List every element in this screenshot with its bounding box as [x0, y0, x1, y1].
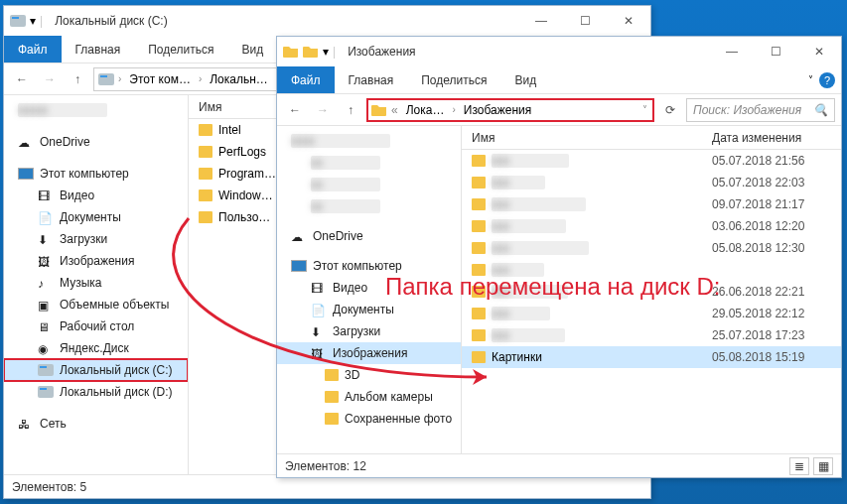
view-icons-button[interactable]: ▦ [813, 457, 833, 475]
nav-images[interactable]: 🖼Изображения [277, 342, 461, 364]
nav-blur[interactable]: xx [277, 195, 461, 217]
nav-up[interactable]: ↑ [66, 67, 89, 91]
nav-blur[interactable]: xxxx [277, 130, 461, 152]
crumb-chevron[interactable]: › [450, 104, 457, 115]
crumb-disk[interactable]: Локальн… [206, 68, 272, 90]
minimize-button[interactable]: — [710, 37, 754, 66]
search-input[interactable]: Поиск: Изобажения 🔍 [686, 98, 835, 122]
tab-home[interactable]: Главная [62, 36, 135, 63]
nav-onedrive[interactable]: ☁OneDrive [4, 131, 188, 153]
nav-back[interactable]: ← [283, 98, 307, 122]
minimize-button[interactable]: — [519, 6, 563, 36]
nav-downloads[interactable]: ⬇Загрузки [4, 228, 188, 250]
view-details-button[interactable]: ≣ [789, 457, 809, 475]
tab-home[interactable]: Главная [335, 66, 408, 93]
nav-thispc[interactable]: Этот компьютер [277, 255, 461, 277]
qat-sep: | [333, 45, 336, 59]
ribbon-expand-icon[interactable]: ˅ [808, 74, 813, 85]
folder-row[interactable]: xxx05.07.2018 22:03 [462, 172, 841, 193]
nav-objects[interactable]: ▣Объемные объекты [4, 294, 188, 315]
crumb-images[interactable]: Изобажения [460, 100, 535, 120]
folder-name: Window… [218, 189, 273, 202]
folder-row[interactable]: xxx05.07.2018 21:56 [462, 150, 841, 172]
folder-name: Пользо… [218, 210, 270, 224]
tab-share[interactable]: Поделиться [134, 36, 227, 63]
nav-desktop[interactable]: 🖥Рабочий стол [4, 315, 188, 337]
maximize-button[interactable]: ☐ [754, 37, 797, 66]
col-date[interactable]: Дата изменения [712, 131, 841, 145]
folder-row[interactable]: xxx09.07.2018 21:17 [462, 193, 841, 215]
drive-icon [38, 364, 54, 376]
folder-icon [325, 369, 339, 381]
col-name[interactable]: Имя [472, 131, 712, 145]
nav-forward[interactable]: → [38, 67, 62, 91]
folder-icon [472, 351, 486, 363]
label: Музыка [60, 276, 101, 290]
folder-icon [472, 177, 486, 189]
label: Рабочий стол [60, 319, 134, 333]
folder-row[interactable]: xxx26.06.2018 22:21 [462, 281, 841, 303]
close-button[interactable]: ✕ [607, 6, 650, 36]
titlebar-back[interactable]: ▾ | Локальный диск (C:) — ☐ ✕ [4, 6, 650, 36]
folder-icon [472, 286, 486, 298]
nav-forward[interactable]: → [311, 98, 335, 122]
date-modified: 26.06.2018 22:21 [712, 285, 841, 299]
nav-blur[interactable]: xxxxx [4, 99, 188, 121]
nav-blur[interactable]: xx [277, 174, 461, 195]
folder-name: Intel [218, 123, 241, 137]
date-modified: 05.08.2018 12:30 [712, 241, 841, 255]
nav-music[interactable]: ♪Музыка [4, 272, 188, 294]
maximize-button[interactable]: ☐ [563, 6, 607, 36]
drive-icon [38, 386, 54, 398]
close-button[interactable]: ✕ [797, 37, 841, 66]
crumb-thispc[interactable]: Этот ком… [125, 68, 195, 90]
tab-view[interactable]: Вид [227, 36, 277, 63]
folder-name-blurred: xxx [492, 154, 569, 168]
folder-row[interactable]: xxx29.05.2018 22:12 [462, 303, 841, 324]
folder-row[interactable]: xxx03.06.2018 12:20 [462, 215, 841, 237]
status-text: Элементов: 5 [12, 480, 86, 494]
nav-docs[interactable]: 📄Документы [4, 206, 188, 228]
nav-network[interactable]: 🖧Сеть [4, 413, 188, 435]
tab-file[interactable]: Файл [277, 66, 335, 93]
nav-docs[interactable]: 📄Документы [277, 299, 461, 320]
qat-save-icon[interactable]: ▾ [30, 14, 36, 28]
folder-icon [472, 198, 486, 210]
nav-ydisk[interactable]: ◉Яндекс.Диск [4, 337, 188, 359]
folder-row[interactable]: xxx25.07.2018 17:23 [462, 324, 841, 346]
folder-row[interactable]: xxx [462, 259, 841, 281]
search-icon[interactable]: 🔍 [813, 103, 828, 117]
refresh-button[interactable]: ⟳ [658, 98, 682, 122]
help-icon[interactable]: ? [819, 72, 835, 88]
crumb-chevron[interactable]: › [116, 73, 123, 84]
nav-onedrive[interactable]: ☁OneDrive [277, 225, 461, 247]
tab-share[interactable]: Поделиться [407, 66, 500, 93]
titlebar-front[interactable]: ▾ | Изобажения — ☐ ✕ [277, 37, 841, 66]
nav-3d[interactable]: 3D [277, 364, 461, 386]
crumb-chevron[interactable]: › [197, 73, 204, 84]
nav-images[interactable]: 🖼Изображения [4, 250, 188, 272]
folder-row[interactable]: Картинки05.08.2018 15:19 [462, 346, 841, 368]
nav-saved-photos[interactable]: Сохраненные фото [277, 408, 461, 430]
folder-name-blurred: xxx [492, 307, 550, 320]
nav-downloads[interactable]: ⬇Загрузки [277, 320, 461, 342]
window-title: Изобажения [340, 45, 415, 59]
folder-row[interactable]: xxx05.08.2018 12:30 [462, 237, 841, 259]
crumb-lok[interactable]: Лока… [402, 100, 449, 120]
folder-icon [199, 146, 212, 158]
download-icon: ⬇ [38, 233, 54, 245]
nav-camera-album[interactable]: Альбом камеры [277, 386, 461, 408]
nav-up[interactable]: ↑ [339, 98, 362, 122]
nav-back[interactable]: ← [10, 67, 34, 91]
nav-video[interactable]: 🎞Видео [4, 185, 188, 206]
crumb-dropdown[interactable]: ˅ [640, 104, 649, 115]
yandex-icon: ◉ [38, 342, 54, 354]
nav-blur[interactable]: xx [277, 152, 461, 174]
qat-chevron[interactable]: ▾ [323, 45, 329, 59]
nav-video[interactable]: 🎞Видео [277, 277, 461, 299]
nav-disk-c[interactable]: Локальный диск (C:) [4, 359, 188, 381]
tab-file[interactable]: Файл [4, 36, 62, 63]
tab-view[interactable]: Вид [500, 66, 550, 93]
nav-thispc[interactable]: Этот компьютер [4, 163, 188, 185]
nav-disk-d[interactable]: Локальный диск (D:) [4, 381, 188, 403]
